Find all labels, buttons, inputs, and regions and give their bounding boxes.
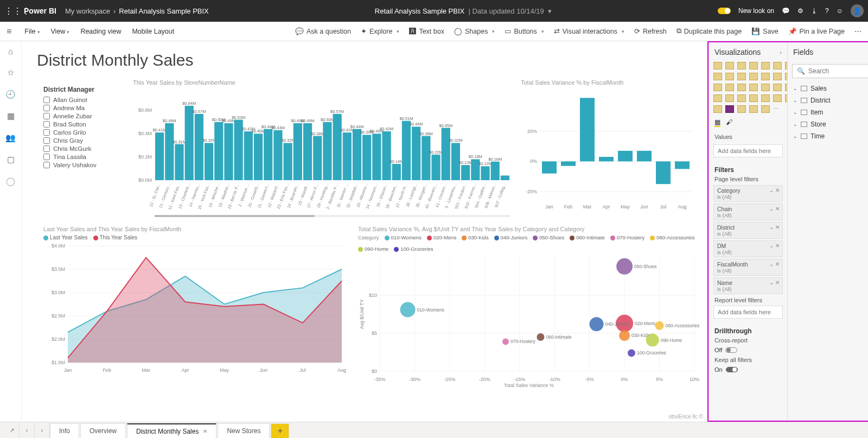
- duplicate-page-button[interactable]: ⧉ Duplicate this page: [676, 27, 742, 35]
- breadcrumb-current[interactable]: Retail Analysis Sample PBIX: [119, 7, 208, 15]
- viz-type-icon[interactable]: [761, 105, 770, 113]
- home-icon[interactable]: ⌂: [8, 47, 13, 56]
- slicer-item[interactable]: Allan Guinot: [43, 97, 125, 103]
- viz-type-icon[interactable]: [749, 73, 758, 80]
- filter-card[interactable]: Chainis (All)⌄ ✕: [713, 204, 783, 220]
- remove-filter-icon[interactable]: ✕: [775, 187, 780, 193]
- viz-type-icon[interactable]: [725, 62, 734, 69]
- view-menu[interactable]: View: [51, 28, 70, 35]
- pin-page-button[interactable]: 📌 Pin a live Page: [788, 27, 845, 35]
- viz-type-icon[interactable]: [737, 73, 746, 80]
- viz-type-icon[interactable]: [713, 62, 722, 69]
- prev-page-icon[interactable]: ‹: [20, 422, 35, 438]
- slicer-checkbox[interactable]: [43, 137, 50, 144]
- viz-type-icon[interactable]: [725, 105, 734, 113]
- close-tab-icon[interactable]: ✕: [203, 428, 207, 434]
- table-row[interactable]: ⌄Time: [788, 130, 868, 142]
- expand-icon[interactable]: ⌄: [769, 280, 774, 285]
- viz-type-icon[interactable]: [725, 73, 734, 80]
- recent-icon[interactable]: 🕘: [5, 90, 16, 99]
- page-tab[interactable]: Overview: [80, 423, 126, 438]
- remove-filter-icon[interactable]: ✕: [775, 280, 780, 285]
- chart-scatter-category[interactable]: Total Sales Variance %, Avg $/Unit TY an…: [358, 226, 700, 389]
- fields-search[interactable]: 🔍: [792, 64, 868, 78]
- remove-filter-icon[interactable]: ✕: [775, 206, 780, 212]
- chat-icon[interactable]: 💬: [782, 7, 790, 15]
- expand-nav-icon[interactable]: ↗: [4, 422, 20, 438]
- expand-icon[interactable]: ⌄: [769, 187, 774, 193]
- table-row[interactable]: ⌄Sales: [788, 82, 868, 94]
- slicer-item[interactable]: Andrew Ma: [43, 105, 125, 111]
- slicer-checkbox[interactable]: [43, 145, 50, 152]
- filter-card[interactable]: Nameis (All)⌄ ✕: [713, 277, 783, 294]
- page-tab[interactable]: District Monthly Sales✕: [127, 423, 216, 438]
- slicer-checkbox[interactable]: [43, 113, 50, 119]
- viz-type-icon[interactable]: [761, 62, 770, 69]
- slicer-item[interactable]: Valery Ushakov: [43, 162, 125, 168]
- text-box-button[interactable]: 🅰 Text box: [409, 28, 444, 35]
- viz-type-icon[interactable]: [773, 94, 782, 102]
- workspaces-icon[interactable]: ▢: [7, 155, 15, 164]
- viz-type-icon[interactable]: [761, 94, 770, 102]
- new-look-toggle[interactable]: [718, 8, 731, 14]
- remove-filter-icon[interactable]: ✕: [775, 243, 780, 249]
- viz-type-icon[interactable]: [737, 94, 746, 102]
- viz-type-icon[interactable]: [713, 84, 722, 91]
- expand-icon[interactable]: ⌄: [769, 261, 774, 267]
- viz-type-icon[interactable]: [749, 105, 758, 113]
- mobile-layout-button[interactable]: Mobile Layout: [132, 28, 174, 35]
- chart-this-year-sales-by-store[interactable]: This Year Sales by StoreNumberName $0.0M…: [133, 79, 513, 215]
- viz-type-icon[interactable]: [749, 94, 758, 102]
- viz-type-icon[interactable]: [725, 94, 734, 102]
- fields-well-icon[interactable]: ▦: [714, 118, 720, 127]
- slicer-checkbox[interactable]: [43, 105, 50, 111]
- settings-icon[interactable]: ⚙: [797, 7, 803, 15]
- viz-type-icon[interactable]: [761, 84, 770, 91]
- save-button[interactable]: 💾 Save: [751, 27, 778, 35]
- favorites-icon[interactable]: ☆: [7, 68, 14, 78]
- chart-variance-by-month[interactable]: Total Sales Variance % by FiscalMonth -2…: [521, 79, 694, 215]
- slicer-item[interactable]: Chris McGurk: [43, 145, 125, 152]
- viz-type-icon[interactable]: [761, 73, 770, 80]
- viz-type-icon[interactable]: [773, 84, 782, 91]
- viz-type-icon[interactable]: [773, 62, 782, 69]
- remove-filter-icon[interactable]: ✕: [775, 224, 780, 230]
- slicer-checkbox[interactable]: [43, 97, 50, 103]
- next-page-icon[interactable]: ›: [35, 422, 50, 438]
- report-filters-drop[interactable]: Add data fields here: [713, 306, 783, 319]
- shared-icon[interactable]: 👥: [5, 133, 16, 143]
- page-tab[interactable]: New Stores: [218, 423, 270, 438]
- viz-type-icon[interactable]: [737, 62, 746, 69]
- expand-icon[interactable]: ⌄: [769, 243, 774, 249]
- avatar[interactable]: 👤: [851, 4, 864, 17]
- breadcrumb-workspace[interactable]: My workspace: [65, 7, 110, 15]
- cross-report-toggle[interactable]: [725, 347, 737, 353]
- visual-interactions-button[interactable]: ⇄ Visual interactions: [554, 27, 624, 35]
- app-launcher-icon[interactable]: ⋮⋮⋮: [4, 6, 22, 16]
- apps-icon[interactable]: ▦: [7, 111, 15, 121]
- shapes-button[interactable]: ◯ Shapes: [454, 27, 495, 35]
- download-icon[interactable]: ⭳: [811, 7, 818, 15]
- explore-button[interactable]: ✦ Explore: [361, 27, 399, 35]
- help-icon[interactable]: ?: [825, 7, 829, 15]
- table-row[interactable]: ⌄Store: [788, 118, 868, 130]
- slicer-checkbox[interactable]: [43, 121, 50, 128]
- viz-type-icon[interactable]: [737, 105, 746, 113]
- ask-question-button[interactable]: 💬 Ask a question: [295, 27, 351, 35]
- table-row[interactable]: ⌄District: [788, 94, 868, 106]
- feedback-icon[interactable]: ☺: [837, 7, 843, 15]
- menu-icon[interactable]: ≡: [7, 27, 11, 36]
- viz-type-icon[interactable]: [725, 84, 734, 91]
- viz-type-icon[interactable]: [713, 94, 722, 102]
- slicer-item[interactable]: Carlos Grilo: [43, 129, 125, 136]
- reading-view-button[interactable]: Reading view: [80, 28, 121, 35]
- viz-type-icon[interactable]: [737, 84, 746, 91]
- slicer-item[interactable]: Annelie Zubar: [43, 113, 125, 119]
- slicer-checkbox[interactable]: [43, 129, 50, 136]
- report-canvas[interactable]: District Monthly Sales District Manager …: [22, 41, 707, 422]
- filter-card[interactable]: FiscalMonthis (All)⌄ ✕: [713, 259, 783, 276]
- district-manager-slicer[interactable]: District Manager Allan GuinotAndrew MaAn…: [43, 86, 125, 170]
- viz-type-icon[interactable]: [713, 73, 722, 80]
- format-icon[interactable]: 🖌: [726, 118, 732, 127]
- table-row[interactable]: ⌄Item: [788, 106, 868, 118]
